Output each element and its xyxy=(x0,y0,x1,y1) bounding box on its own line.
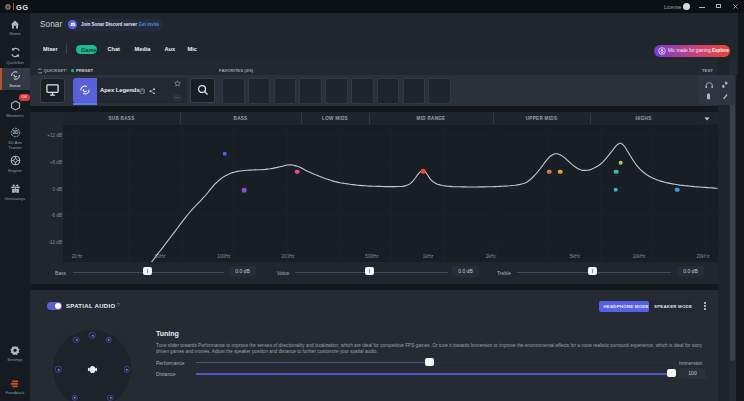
svg-text:3D: 3D xyxy=(12,130,19,135)
